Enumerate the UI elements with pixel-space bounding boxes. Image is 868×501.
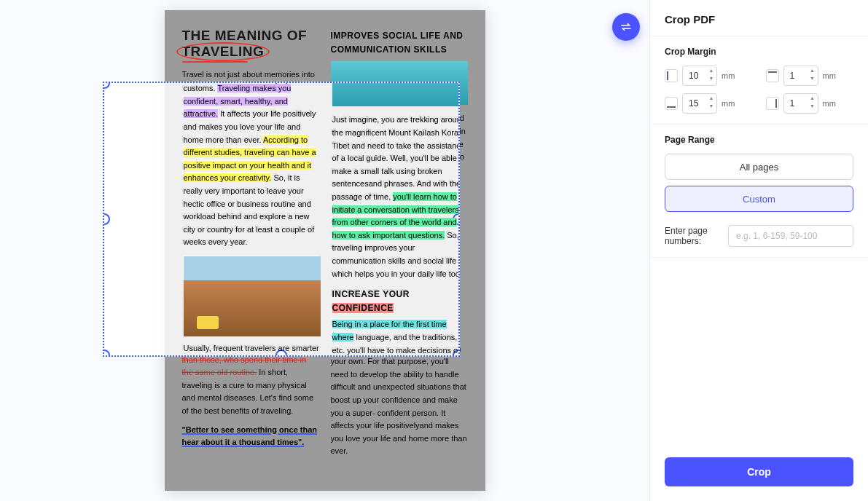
crop-handle-nw[interactable] (103, 82, 110, 89)
doc-title: THE MEANING OF TRAVELING (182, 28, 319, 60)
page-range-label: Page Range (665, 135, 853, 145)
margin-top-icon (766, 69, 779, 82)
enter-pages-label: Enter page numbers: (665, 226, 721, 246)
margin-right-up[interactable]: ▲ (809, 95, 816, 103)
crop-margin-label: Crop Margin (665, 47, 853, 57)
page-content: THE MEANING OF TRAVELING Travel is not j… (182, 28, 468, 473)
water-image (331, 61, 468, 105)
crop-handle-sw[interactable] (103, 350, 110, 357)
swap-panel-button[interactable] (612, 13, 640, 41)
quote-text: "Better to see something once than hear … (182, 424, 319, 449)
column-left: THE MEANING OF TRAVELING Travel is not j… (182, 28, 319, 473)
column-right: IMPROVES SOCIAL LIFE AND COMMUNICATION S… (331, 28, 468, 473)
document-wrapper: THE MEANING OF TRAVELING Travel is not j… (165, 10, 485, 491)
desert-image (182, 255, 319, 335)
swap-icon (619, 20, 633, 33)
all-pages-button[interactable]: All pages (665, 154, 853, 180)
pdf-page[interactable]: THE MEANING OF TRAVELING Travel is not j… (165, 10, 485, 491)
margin-top-up[interactable]: ▲ (809, 68, 816, 75)
margin-left-icon (665, 69, 678, 82)
crop-sidebar: Crop PDF Crop Margin ▲ ▼ mm (649, 0, 868, 501)
red-underline-annotation (182, 61, 248, 63)
subheading-confidence: INCREASE YOUR CONFIDENCE (331, 286, 468, 314)
unit-label: mm (722, 71, 735, 80)
sidebar-title: Crop PDF (665, 13, 853, 25)
crop-handle-w[interactable] (103, 213, 110, 225)
crop-button[interactable]: Crop (665, 457, 853, 486)
margin-right-icon (766, 97, 779, 110)
margin-bottom-icon (665, 97, 678, 110)
page-numbers-input[interactable] (728, 225, 853, 247)
margin-top-down[interactable]: ▼ (809, 76, 816, 83)
margin-bottom-up[interactable]: ▲ (708, 95, 715, 103)
subheading-social: IMPROVES SOCIAL LIFE AND COMMUNICATION S… (331, 29, 468, 57)
margin-bottom-down[interactable]: ▼ (708, 103, 715, 111)
margin-left-up[interactable]: ▲ (708, 68, 715, 75)
margin-left-down[interactable]: ▼ (708, 76, 715, 83)
margin-right-down[interactable]: ▼ (809, 103, 816, 111)
custom-range-button[interactable]: Custom (665, 186, 853, 212)
document-canvas: THE MEANING OF TRAVELING Travel is not j… (0, 0, 649, 501)
